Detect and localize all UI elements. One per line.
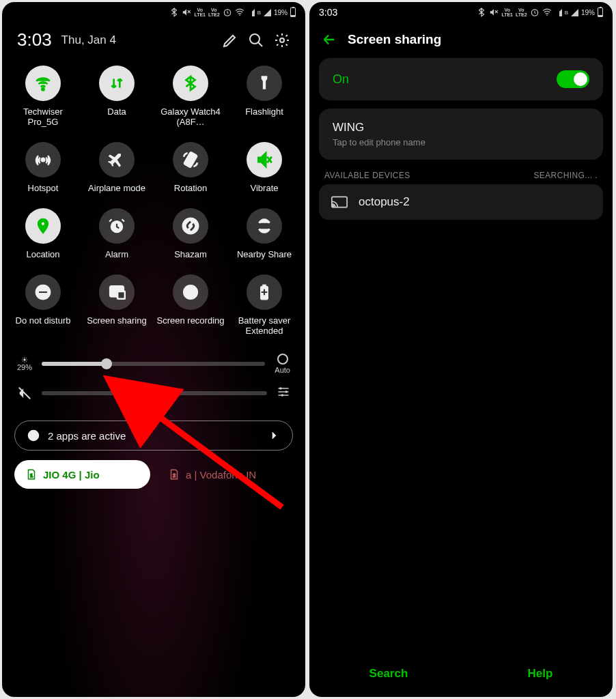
svg-point-3 — [239, 14, 240, 16]
screen-sharing-screen: 3:03 VoLTE1 VoLTE2 B 19% Screen sharing … — [309, 2, 613, 697]
sim2-label: a | Vodafone IN — [186, 469, 256, 481]
tile-bluetooth[interactable]: Galaxy Watch4 (A8F… — [154, 66, 227, 127]
svg-point-11 — [182, 218, 199, 234]
active-apps-label: 2 apps are active — [48, 430, 126, 442]
chevron-right-icon — [268, 429, 280, 442]
tile-label: Location — [26, 249, 59, 259]
info-icon — [27, 429, 40, 442]
tile-label: Do not disturb — [16, 315, 71, 326]
settings-icon[interactable] — [274, 32, 290, 48]
status-bar: 3:03 VoLTE1 VoLTE2 B 19% — [309, 2, 613, 20]
screen-sharing-header: Screen sharing — [309, 20, 613, 58]
tile-dnd[interactable]: Do not disturb — [6, 274, 80, 336]
wifi-status-icon — [235, 8, 244, 17]
svg-point-5 — [280, 38, 284, 42]
search-button[interactable]: Search — [369, 667, 408, 681]
qs-tiles-grid: Techwiser Pro_5G Data Galaxy Watch4 (A8F… — [2, 59, 305, 336]
shazam-icon — [182, 217, 199, 235]
signal2-icon — [264, 9, 271, 16]
volte1-icon: VoLTE1 — [501, 8, 513, 17]
battery-icon — [290, 8, 296, 17]
volte2-icon: VoLTE2 — [208, 8, 220, 17]
signal2-icon — [571, 9, 578, 16]
brightness-slider[interactable] — [42, 362, 265, 366]
svg-point-4 — [250, 34, 260, 44]
tile-flashlight[interactable]: Flashlight — [227, 66, 301, 127]
signal1-icon — [555, 9, 562, 16]
alarm-icon — [108, 217, 126, 235]
tile-rotation[interactable]: Rotation — [154, 142, 227, 193]
svg-rect-19 — [263, 285, 266, 286]
help-button[interactable]: Help — [528, 667, 553, 681]
volte1-icon: VoLTE1 — [194, 8, 206, 17]
auto-brightness-toggle[interactable]: Auto — [275, 354, 290, 374]
tile-screen-recording[interactable]: Screen recording — [154, 274, 227, 336]
tile-nearby-share[interactable]: Nearby Share — [227, 208, 301, 259]
device-item-octopus[interactable]: octopus-2 — [319, 184, 603, 220]
tile-alarm[interactable]: Alarm — [80, 208, 154, 259]
volume-muted-icon — [17, 386, 32, 401]
mute-status-icon — [489, 8, 499, 17]
alarm-status-icon — [530, 8, 540, 17]
sim2-pill[interactable]: 2 a | Vodafone IN — [157, 460, 293, 489]
tile-label: Airplane mode — [88, 183, 145, 193]
tile-battery-saver[interactable]: Battery saver Extended — [227, 274, 301, 336]
device-name: octopus-2 — [359, 195, 410, 209]
tile-label: Data — [107, 106, 126, 117]
active-apps-button[interactable]: 2 apps are active — [14, 420, 293, 451]
sim1-pill[interactable]: 1 JIO 4G | Jio — [14, 460, 150, 489]
searching-label: SEARCHING... — [533, 171, 598, 180]
search-icon[interactable] — [248, 32, 264, 48]
brightness-row: 29% Auto — [17, 354, 290, 374]
svg-point-21 — [279, 387, 281, 389]
status-time: 3:03 — [319, 7, 337, 18]
vibrate-icon — [255, 151, 273, 169]
on-toggle-panel[interactable]: On — [319, 58, 603, 100]
tile-vibrate[interactable]: Vibrate — [227, 142, 301, 193]
volte2-icon: VoLTE2 — [516, 8, 527, 17]
volume-slider[interactable] — [42, 391, 267, 395]
battery-percent: 19% — [581, 9, 595, 16]
signal1-icon — [247, 9, 255, 16]
phone-name-subtitle: Tap to edit phone name — [333, 137, 589, 147]
tile-screen-sharing[interactable]: Screen sharing — [80, 274, 154, 336]
status-icons: VoLTE1 VoLTE2 B 19% — [477, 8, 603, 17]
auto-label: Auto — [275, 366, 290, 374]
tile-data[interactable]: Data — [80, 66, 154, 127]
tile-label: Screen sharing — [87, 315, 146, 326]
edit-icon[interactable] — [222, 32, 238, 48]
back-icon[interactable] — [322, 32, 337, 47]
wifi-icon — [34, 74, 52, 92]
svg-text:1: 1 — [30, 472, 33, 479]
flashlight-icon — [255, 74, 273, 92]
svg-rect-13 — [39, 291, 48, 293]
bluetooth-status-icon — [169, 8, 179, 17]
phone-name-panel[interactable]: WING Tap to edit phone name — [319, 109, 603, 160]
svg-point-6 — [42, 88, 44, 90]
tile-label: Alarm — [105, 249, 128, 259]
svg-point-23 — [281, 394, 283, 396]
on-toggle[interactable] — [557, 70, 589, 88]
screen-sharing-title: Screen sharing — [348, 32, 441, 47]
tile-location[interactable]: Location — [6, 208, 80, 259]
sim2-icon: 2 — [168, 468, 180, 481]
equalizer-icon[interactable] — [277, 385, 290, 401]
sim1-label: JIO 4G | Jio — [43, 469, 100, 481]
battery-icon — [598, 8, 603, 17]
tile-shazam[interactable]: Shazam — [154, 208, 227, 259]
brightness-percent: 29% — [17, 363, 32, 371]
tile-label: Screen recording — [157, 315, 225, 326]
tile-wifi[interactable]: Techwiser Pro_5G — [6, 66, 80, 127]
tile-label: Vibrate — [251, 183, 279, 193]
available-devices-header: AVAILABLE DEVICES SEARCHING... — [309, 168, 613, 184]
volume-row — [17, 385, 290, 401]
svg-rect-15 — [117, 291, 125, 299]
tile-label: Galaxy Watch4 (A8F… — [156, 106, 225, 127]
tile-label: Nearby Share — [237, 249, 292, 259]
tile-hotspot[interactable]: Hotspot — [6, 142, 80, 193]
tile-airplane[interactable]: Airplane mode — [80, 142, 154, 193]
phone-name: WING — [333, 121, 589, 134]
available-devices-label: AVAILABLE DEVICES — [324, 171, 410, 180]
svg-point-33 — [332, 205, 334, 208]
svg-point-9 — [41, 222, 44, 225]
